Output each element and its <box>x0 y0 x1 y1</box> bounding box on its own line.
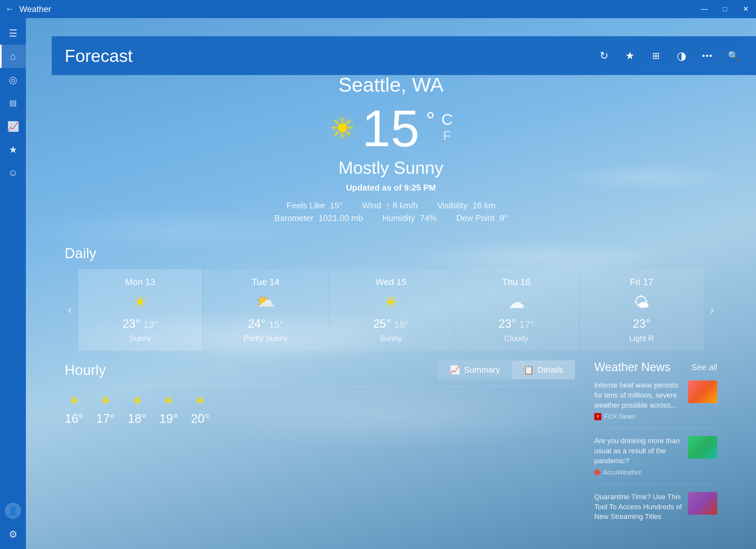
radar-icon: ◎ <box>9 74 17 85</box>
temp-units: C F <box>442 111 453 143</box>
wind-value: 8 km/h <box>393 201 418 210</box>
hourly-divider <box>65 386 575 386</box>
chart-icon: 📈 <box>7 121 19 132</box>
daily-card-wed[interactable]: Wed 15 ☀ 25° 16° Sunny <box>329 269 453 351</box>
details-tab-label: Details <box>538 365 563 375</box>
news-item-0[interactable]: Intense heat wave persists for tens of m… <box>594 380 717 420</box>
weather-content: Seattle, WA ☀ 15 ° C F Mostly Sunny Upda… <box>26 18 756 539</box>
day-icon-tue: ⛅ <box>210 292 321 312</box>
weather-details-row2: Barometer 1021.00 mb Humidity 74% Dew Po… <box>26 213 756 223</box>
favorite-button[interactable]: ★ <box>620 46 640 65</box>
header-bar: Forecast ↻ ★ ⊞ ◑ ••• 🔍 <box>52 36 756 75</box>
see-all-link[interactable]: See all <box>692 362 718 372</box>
more-icon: ••• <box>702 51 713 61</box>
sidebar-item-news[interactable]: ▤ <box>0 91 26 115</box>
wind-direction-icon: ↑ <box>386 201 390 210</box>
summary-tab[interactable]: 📈 Summary <box>438 360 511 379</box>
titlebar: ← Weather — □ ✕ <box>0 0 756 18</box>
daily-card-mon[interactable]: Mon 13 ☀ 23° 13° Sunny <box>78 269 202 351</box>
current-weather: Seattle, WA ☀ 15 ° C F Mostly Sunny Upda… <box>26 57 756 236</box>
day-hi-wed: 25° <box>373 317 391 330</box>
smiley-icon: ☺ <box>8 167 18 178</box>
daily-card-tue[interactable]: Tue 14 ⛅ 24° 15° Partly Sunny <box>203 269 327 351</box>
day-condition-thu: Cloudy <box>461 334 572 343</box>
news-icon: ▤ <box>9 98 17 107</box>
maximize-button[interactable]: □ <box>715 0 735 18</box>
day-name-tue: Tue 14 <box>210 277 321 287</box>
sidebar-item-favorites[interactable]: ★ <box>0 138 26 161</box>
daily-cards: Mon 13 ☀ 23° 13° Sunny Tue 14 ⛅ <box>78 269 704 351</box>
summary-tab-icon: 📈 <box>450 365 460 375</box>
hourly-item-4: ☀ 20° <box>191 393 209 426</box>
daily-scroll-left[interactable]: ‹ <box>65 300 75 320</box>
night-mode-button[interactable]: ◑ <box>672 46 691 65</box>
sidebar-item-radar[interactable]: ◎ <box>0 68 26 91</box>
daily-scroll: ‹ Mon 13 ☀ 23° 13° Sunny Tue <box>65 269 717 351</box>
menu-icon: ☰ <box>9 27 17 39</box>
window-controls: — □ ✕ <box>694 0 756 18</box>
news-source-0: f/ FOX News <box>594 413 683 420</box>
hour-icon-4: ☀ <box>191 393 209 409</box>
hour-icon-1: ☀ <box>96 393 115 409</box>
sidebar-item-menu[interactable]: ☰ <box>0 21 26 45</box>
dew-point-value: 9° <box>499 213 508 223</box>
news-thumbnail-0 <box>688 380 717 403</box>
refresh-button[interactable]: ↻ <box>594 46 614 65</box>
summary-tab-label: Summary <box>464 365 500 375</box>
news-item-1[interactable]: Are you drinking more than usual as a re… <box>594 436 717 476</box>
search-button[interactable]: 🔍 <box>724 46 743 65</box>
minimize-button[interactable]: — <box>694 0 715 18</box>
back-button[interactable]: ← <box>5 4 14 14</box>
hourly-item-0: ☀ 16° <box>65 393 83 426</box>
day-temps-wed: 25° 16° <box>335 317 446 331</box>
celsius-button[interactable]: C <box>442 111 453 128</box>
day-condition-fri: Light R <box>586 334 697 343</box>
daily-card-fri[interactable]: Fri 17 🌤 23° Light R <box>580 269 704 351</box>
sidebar-item-chart[interactable]: 📈 <box>0 115 26 138</box>
fahrenheit-button[interactable]: F <box>442 128 453 143</box>
close-button[interactable]: ✕ <box>735 0 756 18</box>
app-title: Weather <box>19 4 51 14</box>
night-icon: ◑ <box>677 49 686 62</box>
news-title: Weather News <box>594 360 670 374</box>
news-item-2[interactable]: Quarantine Time? Use This Tool To Access… <box>594 492 717 524</box>
sidebar-item-home[interactable]: ⌂ <box>0 45 26 68</box>
wind-label: Wind <box>362 201 381 210</box>
news-text-1: Are you drinking more than usual as a re… <box>594 436 683 476</box>
news-text-2: Quarantine Time? Use This Tool To Access… <box>594 492 683 524</box>
barometer-value: 1021.00 mb <box>319 213 363 223</box>
day-condition-tue: Partly Sunny <box>210 334 321 343</box>
sidebar-item-mood[interactable]: ☺ <box>0 161 26 184</box>
day-condition-mon: Sunny <box>85 334 196 343</box>
visibility-value: 16 km <box>472 201 495 210</box>
header-actions: ↻ ★ ⊞ ◑ ••• 🔍 <box>594 46 743 65</box>
pin-button[interactable]: ⊞ <box>646 46 665 65</box>
day-temps-fri: 23° <box>586 317 697 331</box>
daily-scroll-right[interactable]: › <box>707 300 717 320</box>
news-header: Weather News See all <box>594 360 717 374</box>
home-icon: ⌂ <box>10 51 16 62</box>
daily-card-thu[interactable]: Thu 16 ☁ 23° 17° Cloudy <box>454 269 578 351</box>
details-tab[interactable]: 📋 Details <box>512 360 575 379</box>
more-button[interactable]: ••• <box>698 46 717 65</box>
day-condition-wed: Sunny <box>335 334 446 343</box>
hour-temp-3: 19° <box>159 412 178 426</box>
hour-temp-0: 16° <box>65 412 83 426</box>
sidebar-item-avatar[interactable]: 👤 <box>0 499 26 522</box>
sidebar-item-settings[interactable]: ⚙ <box>0 522 26 546</box>
settings-icon: ⚙ <box>9 529 17 540</box>
condition-text: Mostly Sunny <box>26 158 756 178</box>
day-temps-mon: 23° 13° <box>85 317 196 331</box>
day-icon-wed: ☀ <box>335 292 446 312</box>
day-lo-thu: 17° <box>519 319 534 330</box>
day-hi-fri: 23° <box>633 317 650 330</box>
day-lo-tue: 15° <box>269 319 283 330</box>
day-name-fri: Fri 17 <box>586 277 697 287</box>
day-hi-tue: 24° <box>248 317 265 330</box>
hourly-header: Hourly 📈 Summary 📋 Details <box>65 360 575 379</box>
day-icon-fri: 🌤 <box>586 292 697 312</box>
feels-like-label: Feels Like <box>287 201 325 210</box>
daily-title: Daily <box>65 245 717 261</box>
temp-row: ☀ 15 ° C F <box>26 103 756 154</box>
daily-section: Daily ‹ Mon 13 ☀ 23° 13° Sunny <box>26 236 756 357</box>
